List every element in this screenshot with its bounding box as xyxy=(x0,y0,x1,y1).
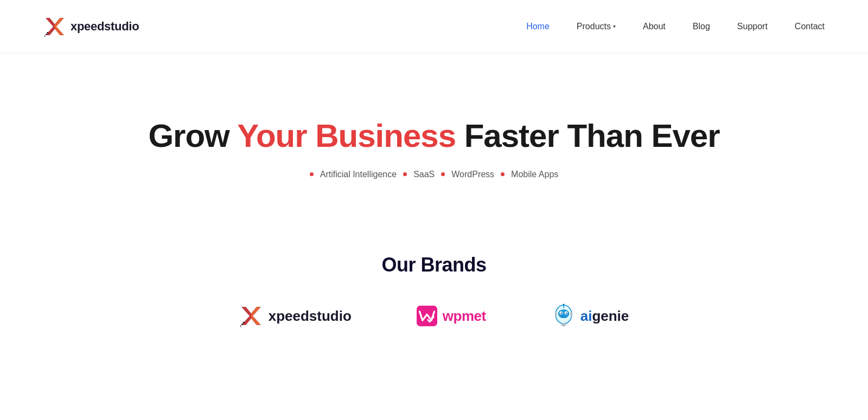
wpmet-brand-text: wpmet xyxy=(443,308,486,325)
hero-title: Grow Your Business Faster Than Ever xyxy=(148,117,719,154)
brand-wpmet[interactable]: wpmet xyxy=(417,306,486,326)
svg-point-4 xyxy=(46,34,47,35)
dot-icon-2 xyxy=(403,172,407,176)
svg-marker-2 xyxy=(55,18,64,35)
hero-section: Grow Your Business Faster Than Ever Arti… xyxy=(0,53,868,232)
svg-point-21 xyxy=(566,312,567,313)
tag-wordpress: WordPress xyxy=(451,170,494,179)
nav-link-blog[interactable]: Blog xyxy=(693,22,710,31)
wpmet-logo-icon xyxy=(417,306,437,326)
svg-point-20 xyxy=(561,312,562,313)
aigenie-logo-icon xyxy=(551,303,576,328)
nav-link-about[interactable]: About xyxy=(643,22,666,31)
nav-link-support[interactable]: Support xyxy=(737,22,768,31)
svg-point-5 xyxy=(44,35,46,36)
logo[interactable]: xpeedstudio xyxy=(43,15,139,38)
nav-item-home[interactable]: Home xyxy=(526,22,550,31)
svg-point-24 xyxy=(563,304,564,306)
svg-point-10 xyxy=(241,324,243,325)
nav-item-contact[interactable]: Contact xyxy=(795,22,825,31)
svg-rect-22 xyxy=(560,316,567,318)
nav-item-about[interactable]: About xyxy=(643,22,666,31)
svg-rect-25 xyxy=(561,323,566,326)
brands-section: Our Brands xpeedstudio xyxy=(0,232,868,361)
svg-point-11 xyxy=(240,326,241,327)
logo-icon xyxy=(43,15,66,38)
svg-point-3 xyxy=(47,31,48,33)
aigenie-brand-text: aigenie xyxy=(580,308,629,325)
dot-icon-1 xyxy=(310,172,314,176)
nav-link-home[interactable]: Home xyxy=(526,22,550,31)
brands-grid: xpeedstudio wpmet xyxy=(43,303,825,328)
svg-point-9 xyxy=(242,321,244,323)
nav-links: Home Products ▾ About Blog Support Conta… xyxy=(526,22,825,31)
navbar: xpeedstudio Home Products ▾ About Blog S… xyxy=(0,0,868,53)
svg-rect-26 xyxy=(555,312,557,316)
tag-saas: SaaS xyxy=(413,170,435,179)
xpeedstudio-brand-text: xpeedstudio xyxy=(269,308,352,325)
tag-ai: Artificial Intelligence xyxy=(320,170,397,179)
dot-icon-4 xyxy=(501,172,505,176)
nav-link-products[interactable]: Products ▾ xyxy=(577,22,616,31)
hero-tags: Artificial Intelligence SaaS WordPress M… xyxy=(310,170,559,179)
nav-item-products[interactable]: Products ▾ xyxy=(577,22,616,31)
tag-mobile: Mobile Apps xyxy=(511,170,558,179)
nav-item-blog[interactable]: Blog xyxy=(693,22,710,31)
dot-icon-3 xyxy=(441,172,445,176)
logo-text: xpeedstudio xyxy=(71,20,139,34)
chevron-down-icon: ▾ xyxy=(613,23,616,29)
brand-xpeedstudio[interactable]: xpeedstudio xyxy=(239,304,352,328)
xpeedstudio-logo-icon xyxy=(239,304,263,328)
brand-aigenie[interactable]: aigenie xyxy=(551,303,629,328)
svg-rect-27 xyxy=(570,312,572,316)
nav-link-contact[interactable]: Contact xyxy=(795,22,825,31)
brands-title: Our Brands xyxy=(43,254,825,276)
svg-marker-8 xyxy=(251,307,261,325)
nav-item-support[interactable]: Support xyxy=(737,22,768,31)
